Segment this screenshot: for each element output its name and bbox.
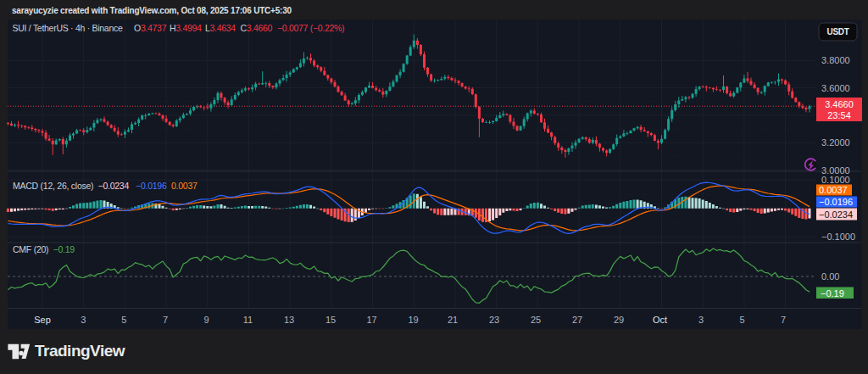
svg-text:25: 25: [531, 315, 541, 325]
svg-text:Sep: Sep: [34, 315, 51, 325]
svg-text:−0.19: −0.19: [53, 244, 75, 254]
svg-text:−0.0234: −0.0234: [819, 209, 853, 220]
svg-text:19: 19: [408, 315, 418, 325]
svg-text:SUI / TetherUS · 4h · Binance: SUI / TetherUS · 4h · Binance: [13, 23, 123, 33]
svg-text:11: 11: [243, 315, 253, 325]
svg-text:21: 21: [448, 315, 458, 325]
svg-text:3.8000: 3.8000: [821, 55, 850, 65]
svg-text:5: 5: [121, 315, 126, 325]
svg-text:C3.4660: C3.4660: [241, 23, 273, 33]
svg-text:−0.1000: −0.1000: [821, 232, 855, 242]
svg-text:0.1000: 0.1000: [821, 175, 850, 185]
svg-text:O3.4737: O3.4737: [134, 23, 167, 33]
svg-text:5: 5: [739, 315, 744, 325]
svg-text:9: 9: [203, 315, 209, 325]
svg-text:0.0037: 0.0037: [819, 185, 848, 195]
svg-text:7: 7: [781, 315, 786, 325]
svg-text:3: 3: [81, 315, 86, 325]
svg-text:−0.19: −0.19: [821, 288, 844, 299]
svg-text:Oct: Oct: [653, 315, 667, 325]
svg-text:27: 27: [572, 315, 582, 325]
svg-text:0.0037: 0.0037: [171, 181, 198, 191]
svg-text:USDT: USDT: [826, 27, 849, 36]
svg-text:7: 7: [163, 315, 168, 325]
svg-text:13: 13: [284, 315, 294, 325]
svg-text:−0.0196: −0.0196: [819, 197, 853, 207]
svg-text:29: 29: [614, 315, 624, 325]
svg-text:−0.0234: −0.0234: [98, 181, 130, 191]
svg-text:3: 3: [698, 315, 704, 325]
svg-text:CMF (20): CMF (20): [13, 244, 48, 254]
svg-text:L3.4634: L3.4634: [205, 23, 236, 33]
svg-text:TradingView: TradingView: [35, 342, 125, 360]
svg-text:15: 15: [326, 315, 336, 325]
svg-text:3.0000: 3.0000: [821, 165, 850, 176]
svg-text:23:54: 23:54: [827, 110, 851, 120]
svg-text:3.4660: 3.4660: [825, 99, 854, 109]
svg-text:sarayucyzie created with Tradi: sarayucyzie created with TradingView.com…: [12, 6, 292, 15]
svg-text:MACD (12, 26, close): MACD (12, 26, close): [13, 181, 93, 191]
svg-text:−0.0077 (−0.22%): −0.0077 (−0.22%): [277, 23, 344, 33]
svg-text:17: 17: [366, 315, 376, 325]
svg-text:−0.0196: −0.0196: [136, 181, 167, 191]
svg-text:3.6000: 3.6000: [821, 83, 850, 93]
svg-text:H3.4994: H3.4994: [170, 23, 202, 33]
svg-text:3.2000: 3.2000: [821, 137, 850, 148]
svg-text:0.00: 0.00: [821, 271, 839, 282]
svg-text:23: 23: [489, 315, 499, 325]
